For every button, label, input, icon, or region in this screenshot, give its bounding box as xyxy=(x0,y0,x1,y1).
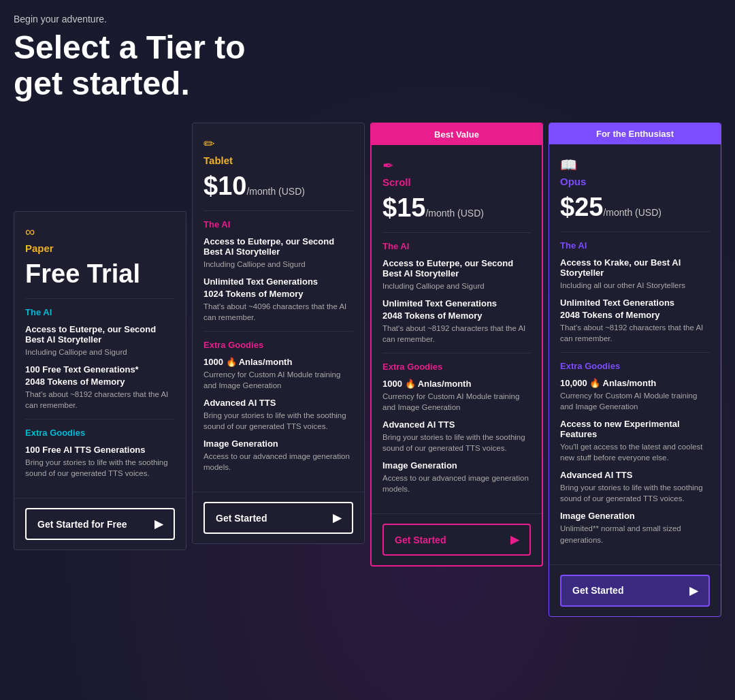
plan-name-tablet: Tablet xyxy=(203,155,353,166)
plan-icon-tablet: ✏ xyxy=(203,136,353,152)
extras-section-label-paper: Extra Goodies xyxy=(25,428,175,438)
feature-ai-sub-opus-2: That's about ~8192 characters that the A… xyxy=(560,322,710,344)
feature-ai-title-paper-2: 2048 Tokens of Memory xyxy=(25,377,175,387)
feature-extra-sub-opus-2: Bring your stories to life with the soot… xyxy=(560,482,710,504)
feature-extra-sub-opus-3: Unlimited** normal and small sized gener… xyxy=(560,523,710,545)
cta-arrow-scroll: ▶ xyxy=(510,533,519,546)
plan-card-opus: For the Enthusiast📖Opus $25/month (USD) … xyxy=(549,123,721,617)
plan-card-tablet: ✏Tablet $10/month (USD) The AIAccess to … xyxy=(192,123,365,545)
feature-ai-title-scroll-1: Unlimited Text Generations xyxy=(382,298,531,308)
cta-button-scroll[interactable]: Get Started ▶ xyxy=(382,524,531,556)
feature-ai-title-opus-0: Access to Krake, our Best AI Storyteller xyxy=(560,257,710,278)
feature-extra-title-scroll-1: Advanced AI TTS xyxy=(382,419,531,430)
cta-label-opus: Get Started xyxy=(572,585,623,596)
plan-price-opus: $25/month (USD) xyxy=(560,193,710,222)
feature-ai-title-tablet-2: 1024 Tokens of Memory xyxy=(203,289,353,299)
plan-name-paper: Paper xyxy=(25,242,175,254)
cta-arrow-paper: ▶ xyxy=(154,518,163,530)
card-footer-paper: Get Started for Free ▶ xyxy=(14,498,186,550)
cta-label-paper: Get Started for Free xyxy=(37,519,127,530)
feature-extra-title-opus-3: Image Generation xyxy=(560,511,710,521)
plan-badge-scroll: Best Value xyxy=(372,124,542,145)
plan-icon-scroll: ✒ xyxy=(382,157,531,174)
feature-ai-title-paper-0: Access to Euterpe, our Second Best AI St… xyxy=(25,324,175,345)
plan-price-tablet: $10/month (USD) xyxy=(203,172,353,201)
card-footer-scroll: Get Started ▶ xyxy=(372,513,542,565)
plan-badge-opus: For the Enthusiast xyxy=(549,123,721,144)
feature-extra-sub-paper-0: Bring your stories to life with the soot… xyxy=(25,457,175,479)
feature-ai-title-scroll-2: 2048 Tokens of Memory xyxy=(382,311,531,321)
feature-ai-title-opus-2: 2048 Tokens of Memory xyxy=(560,310,710,320)
extras-section-label-opus: Extra Goodies xyxy=(560,361,710,371)
extras-section-label-tablet: Extra Goodies xyxy=(203,340,353,350)
feature-ai-sub-paper-0: Including Calliope and Sigurd xyxy=(25,347,175,357)
feature-extra-sub-opus-0: Currency for Custom AI Module training a… xyxy=(560,390,710,412)
feature-extra-sub-opus-1: You'll get access to the latest and cool… xyxy=(560,441,710,463)
plan-name-opus: Opus xyxy=(560,176,710,187)
feature-extra-sub-tablet-1: Bring your stories to life with the soot… xyxy=(203,410,353,432)
cta-label-tablet: Get Started xyxy=(216,513,267,524)
cta-button-opus[interactable]: Get Started ▶ xyxy=(560,575,710,607)
ai-section-label-paper: The AI xyxy=(25,307,175,317)
cta-arrow-opus: ▶ xyxy=(689,584,698,597)
cta-button-paper[interactable]: Get Started for Free ▶ xyxy=(25,508,175,540)
cta-arrow-tablet: ▶ xyxy=(333,511,341,524)
page-title: Select a Tier to get started. xyxy=(14,30,721,102)
plan-card-scroll: Best Value✒Scroll $15/month (USD) The AI… xyxy=(370,123,543,567)
feature-extra-title-opus-2: Advanced AI TTS xyxy=(560,470,710,480)
feature-ai-sub-paper-2: That's about ~8192 characters that the A… xyxy=(25,389,175,411)
feature-extra-title-scroll-0: 1000 🔥 Anlas/month xyxy=(382,379,531,389)
feature-extra-title-scroll-2: Image Generation xyxy=(382,460,531,471)
plan-name-scroll: Scroll xyxy=(382,176,531,188)
begin-label: Begin your adventure. xyxy=(14,14,721,25)
feature-extra-title-opus-0: 10,000 🔥 Anlas/month xyxy=(560,378,710,388)
feature-ai-title-tablet-0: Access to Euterpe, our Second Best AI St… xyxy=(203,236,353,257)
feature-extra-title-opus-1: Access to new Experimental Features xyxy=(560,419,710,439)
ai-section-label-opus: The AI xyxy=(560,240,710,251)
feature-ai-sub-scroll-0: Including Calliope and Sigurd xyxy=(382,281,531,291)
feature-ai-title-opus-1: Unlimited Text Generations xyxy=(560,298,710,308)
feature-extra-title-tablet-0: 1000 🔥 Anlas/month xyxy=(203,357,353,367)
plan-price-scroll: $15/month (USD) xyxy=(382,193,531,223)
plan-card-paper: ∞Paper Free Trial The AIAccess to Euterp… xyxy=(14,211,186,550)
feature-extra-sub-tablet-2: Access to our advanced image generation … xyxy=(203,451,353,473)
feature-extra-title-tablet-1: Advanced AI TTS xyxy=(203,398,353,408)
feature-extra-sub-scroll-2: Access to our advanced image generation … xyxy=(382,473,531,494)
feature-ai-sub-tablet-2: That's about ~4096 characters that the A… xyxy=(203,301,353,323)
ai-section-label-tablet: The AI xyxy=(203,219,353,229)
feature-extra-sub-tablet-0: Currency for Custom AI Module training a… xyxy=(203,369,353,391)
plan-icon-opus: 📖 xyxy=(560,157,710,173)
ai-section-label-scroll: The AI xyxy=(382,241,531,251)
feature-extra-title-tablet-2: Image Generation xyxy=(203,439,353,449)
feature-extra-sub-scroll-1: Bring your stories to life with the soot… xyxy=(382,432,531,454)
cta-button-tablet[interactable]: Get Started ▶ xyxy=(203,502,353,534)
card-footer-tablet: Get Started ▶ xyxy=(193,492,364,543)
feature-ai-sub-scroll-2: That's about ~8192 characters that the A… xyxy=(382,323,531,345)
feature-extra-title-paper-0: 100 Free AI TTS Generations xyxy=(25,445,175,455)
feature-ai-title-scroll-0: Access to Euterpe, our Second Best AI St… xyxy=(382,258,531,279)
card-footer-opus: Get Started ▶ xyxy=(549,564,721,616)
plans-grid: ∞Paper Free Trial The AIAccess to Euterp… xyxy=(14,123,721,617)
feature-ai-title-tablet-1: Unlimited Text Generations xyxy=(203,276,353,287)
extras-section-label-scroll: Extra Goodies xyxy=(382,362,531,372)
feature-ai-sub-tablet-0: Including Calliope and Sigurd xyxy=(203,259,353,270)
plan-icon-paper: ∞ xyxy=(25,224,175,240)
cta-label-scroll: Get Started xyxy=(395,535,446,545)
feature-ai-title-paper-1: 100 Free Text Generations* xyxy=(25,364,175,375)
header: Begin your adventure. Select a Tier to g… xyxy=(14,14,721,102)
feature-ai-sub-opus-0: Including all our other AI Storytellers xyxy=(560,280,710,291)
feature-extra-sub-scroll-0: Currency for Custom AI Module training a… xyxy=(382,391,531,413)
plan-price-paper: Free Trial xyxy=(25,259,175,289)
